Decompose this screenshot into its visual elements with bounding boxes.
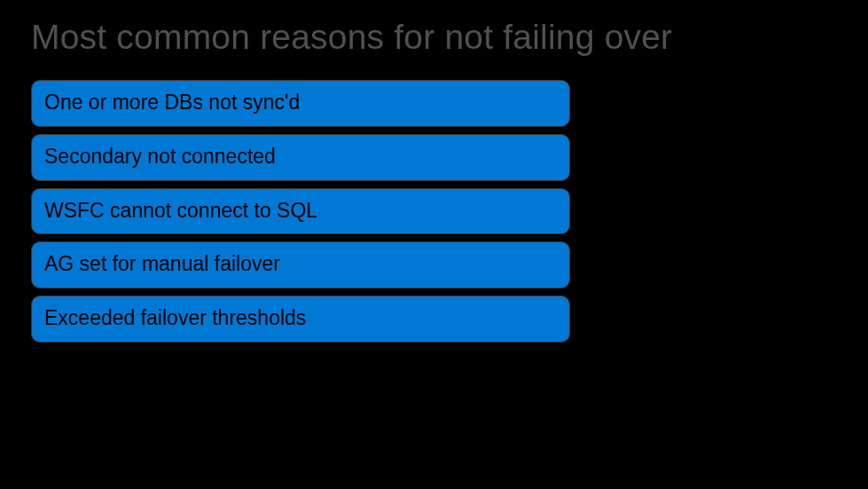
reason-item: Exceeded failover thresholds — [31, 296, 570, 343]
slide-container: Most common reasons for not failing over… — [0, 0, 868, 489]
reason-item: One or more DBs not sync'd — [31, 80, 570, 127]
reason-item: WSFC cannot connect to SQL — [31, 188, 570, 235]
slide-title: Most common reasons for not failing over — [31, 18, 837, 57]
reason-list: One or more DBs not sync'd Secondary not… — [31, 80, 570, 343]
reason-item: Secondary not connected — [31, 134, 570, 181]
reason-item: AG set for manual failover — [31, 241, 570, 288]
